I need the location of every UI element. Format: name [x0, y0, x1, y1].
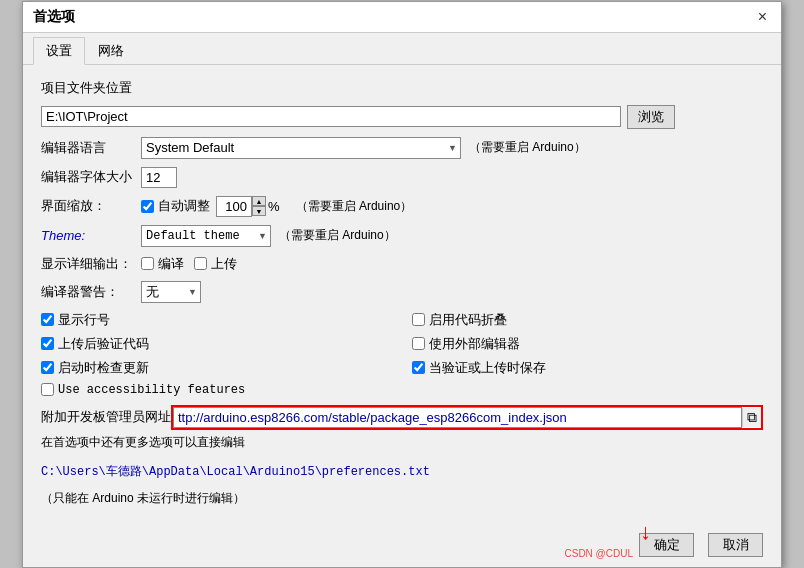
boards-manager-input-wrap: ⧉: [171, 405, 763, 430]
prefs-file-path: C:\Users\车德路\AppData\Local\Arduino15\pre…: [41, 463, 430, 480]
compiler-warn-label: 编译器警告：: [41, 283, 141, 301]
verbose-checkboxes: 编译 上传: [141, 255, 237, 273]
zoom-down-button[interactable]: ▼: [252, 206, 266, 216]
project-path-input[interactable]: [41, 106, 621, 127]
verbose-compile-item: 编译: [141, 255, 184, 273]
settings-content: 项目文件夹位置 浏览 编辑器语言 System Default （需要重启 Ar…: [23, 65, 781, 527]
save-on-verify-item: 当验证或上传时保存: [412, 359, 763, 377]
boards-manager-section: 附加开发板管理员网址 ⧉ 在首选项中还有更多选项可以直接编辑 C:\Users\…: [41, 405, 763, 507]
editor-lang-row: 编辑器语言 System Default （需要重启 Arduino）: [41, 137, 763, 159]
verbose-upload-label: 上传: [211, 255, 237, 273]
lang-restart-note: （需要重启 Arduino）: [469, 139, 586, 156]
theme-row: Theme: Default theme （需要重启 Arduino）: [41, 225, 763, 247]
url-copy-button[interactable]: ⧉: [742, 408, 761, 427]
theme-restart-note: （需要重启 Arduino）: [279, 227, 396, 244]
show-line-numbers-checkbox[interactable]: [41, 313, 54, 326]
verbose-upload-checkbox[interactable]: [194, 257, 207, 270]
zoom-spinner-buttons: ▲ ▼: [252, 196, 266, 216]
tabs-bar: 设置 网络: [23, 33, 781, 65]
check-updates-checkbox[interactable]: [41, 361, 54, 374]
verbose-label: 显示详细输出：: [41, 255, 141, 273]
more-options-text: 在首选项中还有更多选项可以直接编辑: [41, 434, 245, 451]
zoom-spinner: ▲ ▼: [216, 196, 266, 217]
verbose-row: 显示详细输出： 编译 上传: [41, 255, 763, 273]
zoom-up-button[interactable]: ▲: [252, 196, 266, 206]
editor-lang-select[interactable]: System Default: [141, 137, 461, 159]
zoom-restart-note: （需要重启 Arduino）: [296, 198, 413, 215]
only-closed-hint: （只能在 Arduino 未运行时进行编辑）: [41, 490, 245, 507]
theme-select[interactable]: Default theme: [141, 225, 271, 247]
upload-verify-label: 上传后验证代码: [58, 335, 149, 353]
cancel-button[interactable]: 取消: [708, 533, 763, 557]
browse-button[interactable]: 浏览: [627, 105, 675, 129]
upload-verify-item: 上传后验证代码: [41, 335, 392, 353]
font-size-row: 编辑器字体大小: [41, 167, 763, 188]
save-on-verify-label: 当验证或上传时保存: [429, 359, 546, 377]
boards-manager-url-input[interactable]: [173, 407, 742, 428]
zoom-auto-label: 自动调整: [158, 197, 210, 215]
dialog-title: 首选项: [33, 8, 75, 26]
verbose-compile-checkbox[interactable]: [141, 257, 154, 270]
zoom-unit: %: [268, 199, 280, 214]
accessibility-checkbox[interactable]: [41, 383, 54, 396]
compiler-warn-select-wrap: 无 默认 更多 全部: [141, 281, 201, 303]
bottom-bar: ↓ CSDN @CDUL 确定 取消: [23, 527, 781, 567]
tab-settings[interactable]: 设置: [33, 37, 85, 65]
zoom-auto-checkbox[interactable]: [141, 200, 154, 213]
show-line-numbers-label: 显示行号: [58, 311, 110, 329]
boards-manager-label: 附加开发板管理员网址: [41, 408, 171, 426]
accessibility-label: Use accessibility features: [58, 383, 245, 397]
tab-network[interactable]: 网络: [85, 37, 137, 64]
external-editor-label: 使用外部编辑器: [429, 335, 520, 353]
zoom-label: 界面缩放：: [41, 197, 141, 215]
check-updates-item: 启动时检查更新: [41, 359, 392, 377]
external-editor-item: 使用外部编辑器: [412, 335, 763, 353]
arrow-icon: ↓: [640, 519, 651, 545]
code-folding-label: 启用代码折叠: [429, 311, 507, 329]
font-size-label: 编辑器字体大小: [41, 168, 141, 186]
font-size-input[interactable]: [141, 167, 177, 188]
verbose-compile-label: 编译: [158, 255, 184, 273]
preferences-dialog: 首选项 × 设置 网络 项目文件夹位置 浏览 编辑器语言 System Defa…: [22, 1, 782, 568]
compiler-warn-row: 编译器警告： 无 默认 更多 全部: [41, 281, 763, 303]
code-folding-item: 启用代码折叠: [412, 311, 763, 329]
accessibility-item: Use accessibility features: [41, 383, 392, 397]
prefs-file-row: C:\Users\车德路\AppData\Local\Arduino15\pre…: [41, 459, 763, 482]
save-on-verify-checkbox[interactable]: [412, 361, 425, 374]
project-folder-label: 项目文件夹位置: [41, 79, 141, 97]
compiler-warn-select[interactable]: 无 默认 更多 全部: [141, 281, 201, 303]
title-bar: 首选项 ×: [23, 2, 781, 33]
show-line-numbers-item: 显示行号: [41, 311, 392, 329]
code-folding-checkbox[interactable]: [412, 313, 425, 326]
verbose-upload-item: 上传: [194, 255, 237, 273]
external-editor-checkbox[interactable]: [412, 337, 425, 350]
project-path-row: 浏览: [41, 105, 763, 129]
more-options-row: 在首选项中还有更多选项可以直接编辑: [41, 434, 763, 451]
watermark: CSDN @CDUL: [565, 548, 634, 559]
theme-select-wrap: Default theme: [141, 225, 271, 247]
project-folder-row: 项目文件夹位置: [41, 79, 763, 97]
checkboxes-grid: 显示行号 启用代码折叠 上传后验证代码 使用外部编辑器 启动时检查更新 当验证或…: [41, 311, 763, 397]
check-updates-label: 启动时检查更新: [58, 359, 149, 377]
only-closed-row: （只能在 Arduino 未运行时进行编辑）: [41, 490, 763, 507]
boards-manager-row: 附加开发板管理员网址 ⧉: [41, 405, 763, 430]
close-button[interactable]: ×: [754, 9, 771, 25]
editor-lang-select-wrap: System Default: [141, 137, 461, 159]
theme-label: Theme:: [41, 228, 141, 243]
zoom-value-input[interactable]: [216, 196, 252, 217]
editor-lang-label: 编辑器语言: [41, 139, 141, 157]
zoom-row: 界面缩放： 自动调整 ▲ ▼ % （需要重启 Arduino）: [41, 196, 763, 217]
upload-verify-checkbox[interactable]: [41, 337, 54, 350]
